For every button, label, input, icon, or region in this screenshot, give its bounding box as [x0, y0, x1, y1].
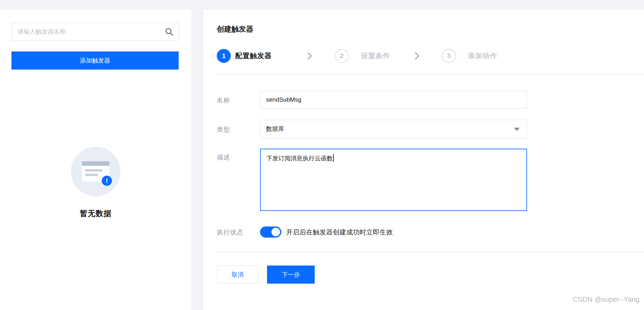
cancel-button[interactable]: 取消 [217, 266, 258, 284]
action-buttons: 取消 下一步 [203, 266, 644, 284]
steps-divider [217, 74, 644, 75]
trigger-type-select[interactable]: 数据库 [260, 120, 527, 138]
step-2-circle: 2 [335, 49, 349, 63]
step-3-label: 添加动作 [468, 49, 497, 63]
empty-state: ! 暂无数据 [0, 147, 191, 219]
chevron-right-icon [413, 52, 421, 60]
add-trigger-button[interactable]: 添加触发器 [11, 51, 179, 70]
step-1-label: 配置触发器 [235, 49, 272, 63]
chevron-right-icon [305, 52, 313, 60]
search-icon[interactable] [164, 27, 174, 37]
document-header-bar [82, 161, 109, 166]
status-hint-text: 开启后在触发器创建成功时立即生效 [286, 226, 393, 238]
trigger-search-box [11, 23, 179, 41]
text-caret [333, 154, 334, 162]
document-text-line [85, 174, 98, 176]
create-trigger-panel: 创建触发器 1 配置触发器 2 设置条件 3 添加动作 名称 类型 数据库 描述… [203, 10, 644, 310]
trigger-search-input[interactable] [12, 23, 164, 40]
page-title: 创建触发器 [217, 24, 253, 34]
step-3-circle: 3 [442, 49, 456, 63]
trigger-description-value: 下发订阅消息执行云函数 [266, 155, 333, 162]
execution-status-toggle[interactable] [260, 226, 281, 238]
watermark-text: CSDN @super--Yang [573, 295, 640, 304]
step-1-circle: 1 [217, 49, 231, 63]
trigger-list-sidebar: 添加触发器 ! 暂无数据 [0, 10, 191, 310]
name-field-label: 名称 [217, 96, 230, 104]
step-2-label: 设置条件 [361, 49, 390, 63]
trigger-type-value: 数据库 [266, 125, 284, 133]
type-field-label: 类型 [217, 125, 230, 134]
empty-state-icon: ! [71, 147, 120, 196]
document-text-line [85, 169, 102, 172]
exclamation-badge-icon: ! [102, 176, 112, 186]
description-field-label: 描述 [217, 153, 230, 162]
wizard-steps: 1 配置触发器 2 设置条件 3 添加动作 [203, 49, 644, 63]
trigger-description-textarea[interactable]: 下发订阅消息执行云函数 [260, 149, 527, 211]
footer-divider [217, 252, 644, 252]
toggle-knob [271, 227, 281, 237]
trigger-name-input[interactable] [260, 91, 527, 109]
next-step-button[interactable]: 下一步 [267, 266, 315, 284]
empty-state-text: 暂无数据 [0, 208, 191, 219]
execution-status-row: 开启后在触发器创建成功时立即生效 [203, 226, 644, 238]
chevron-down-icon [514, 128, 520, 131]
